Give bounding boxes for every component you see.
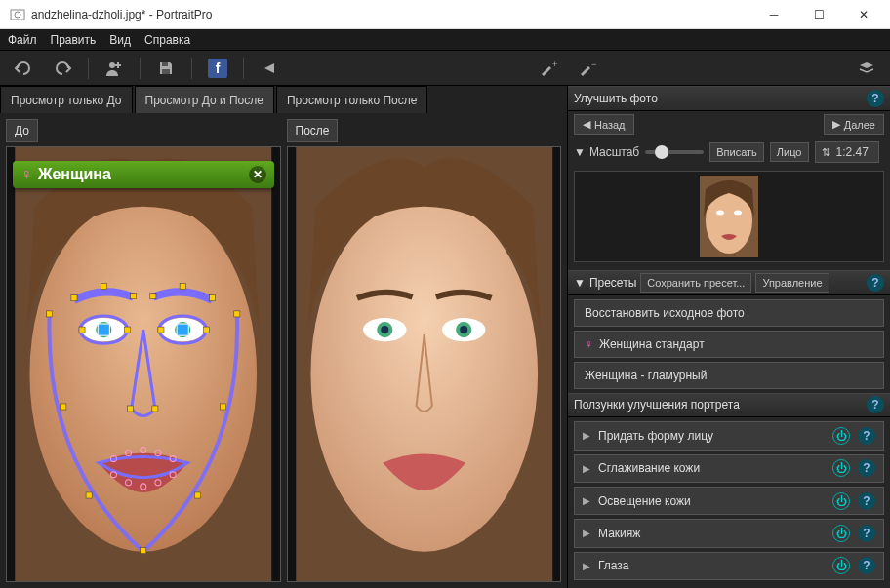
slider-skin-smoothing[interactable]: ▶Сглаживание кожи⏻? [574,454,884,483]
nav-row: ◀Назад ▶Далее [568,111,890,138]
power-icon[interactable]: ⏻ [832,557,850,574]
zoom-readout: 1:2.47 [832,145,872,159]
maximize-button[interactable]: ☐ [796,0,841,29]
svg-rect-18 [234,311,240,317]
save-preset-button[interactable]: Сохранить пресет... [640,273,751,293]
svg-rect-4 [162,69,170,74]
svg-rect-30 [79,327,85,333]
svg-rect-25 [101,284,106,290]
after-image[interactable] [287,146,562,582]
tab-before-only[interactable]: Просмотр только До [0,86,133,113]
facebook-icon: f [208,59,227,78]
down-triangle-icon: ▼ [574,145,586,159]
right-triangle-icon: ▶ [583,495,590,506]
help-icon[interactable]: ? [858,492,875,510]
power-icon[interactable]: ⏻ [832,525,850,542]
brush-add-button[interactable]: + [533,55,564,82]
before-column: До [6,119,281,582]
enhance-header: Улучшить фото ? [568,86,890,111]
menu-file[interactable]: Файл [8,33,37,47]
view-area: До [0,113,567,588]
zoom-slider[interactable] [645,150,704,154]
right-triangle-icon: ▶ [583,528,590,538]
zoom-stepper[interactable]: ⇅1:2.47 [815,141,879,163]
help-icon[interactable]: ? [867,274,884,292]
slider-skin-lighting[interactable]: ▶Освещение кожи⏻? [574,487,884,515]
female-icon: ♀ [20,166,32,183]
add-person-button[interactable] [99,55,130,82]
face-button[interactable]: Лицо [770,142,809,162]
facebook-button[interactable]: f [202,55,233,82]
titlebar: andzhelina-dzholi.jpg* - PortraitPro ─ ☐… [0,0,890,29]
toolbar: f + − [0,51,890,86]
left-pane: Просмотр только До Просмотр До и После П… [0,86,568,588]
redo-button[interactable] [47,55,78,82]
face-thumbnail[interactable] [700,176,758,257]
power-icon[interactable]: ⏻ [832,492,850,510]
svg-point-59 [734,211,742,216]
svg-point-55 [460,326,467,333]
left-triangle-icon: ◀ [583,118,590,131]
help-icon[interactable]: ? [867,396,884,413]
right-triangle-icon: ▶ [583,463,590,474]
svg-point-49 [310,197,538,552]
face-after [288,147,561,581]
tab-after-only[interactable]: Просмотр только После [276,86,428,113]
svg-rect-28 [180,284,185,290]
power-icon[interactable]: ⏻ [832,459,850,477]
brush-remove-button[interactable]: − [572,55,603,82]
help-icon[interactable]: ? [858,557,875,574]
undo-button[interactable] [8,55,39,82]
svg-point-52 [381,326,388,333]
slider-knob[interactable] [655,145,668,159]
close-button[interactable]: ✕ [841,0,886,29]
gender-badge-close[interactable]: ✕ [249,166,266,183]
face-with-markers [7,147,280,581]
help-icon[interactable]: ? [867,90,884,107]
right-pane: Улучшить фото ? ◀Назад ▶Далее ▼Масштаб В… [568,86,890,588]
layers-button[interactable] [851,55,882,82]
view-tabs: Просмотр только До Просмотр До и После П… [0,86,567,113]
right-triangle-icon: ▶ [583,430,590,441]
menu-edit[interactable]: Править [51,33,97,47]
help-icon[interactable]: ? [858,459,875,477]
slider-eyes[interactable]: ▶Глаза⏻? [574,552,884,580]
svg-rect-22 [194,492,200,498]
help-icon[interactable]: ? [858,427,875,445]
thumbnail-strip[interactable] [574,171,884,262]
power-icon[interactable]: ⏻ [832,427,850,445]
slider-makeup[interactable]: ▶Макияж⏻? [574,519,884,547]
help-icon[interactable]: ? [858,525,875,542]
svg-text:+: + [552,60,557,69]
minimize-button[interactable]: ─ [751,0,796,29]
gender-badge: ♀ Женщина ✕ [13,161,274,188]
svg-rect-35 [152,406,158,412]
next-button[interactable]: ▶Далее [824,114,884,135]
sliders-header: Ползунки улучшения портрета ? [568,393,890,418]
gender-label: Женщина [38,166,111,183]
fit-button[interactable]: Вписать [709,142,764,162]
slider-face-shape[interactable]: ▶Придать форму лицу⏻? [574,421,884,450]
before-image[interactable]: ♀ Женщина ✕ [6,146,281,582]
preset-restore[interactable]: Восстановить исходное фото [574,299,884,327]
after-column: После [287,119,562,582]
stepper-icon: ⇅ [822,146,830,159]
window-title: andzhelina-dzholi.jpg* - PortraitPro [31,8,751,21]
save-button[interactable] [150,55,182,82]
menu-help[interactable]: Справка [144,33,190,47]
presets-label: Пресеты [589,276,636,290]
preset-female-standard[interactable]: ♀Женщина стандарт [574,331,884,358]
share-button[interactable] [254,55,285,82]
sliders-title: Ползунки улучшения портрета [574,398,740,412]
preset-female-glamour[interactable]: Женщина - гламурный [574,362,884,389]
scale-row: ▼Масштаб Вписать Лицо ⇅1:2.47 [568,138,890,167]
back-button[interactable]: ◀Назад [574,114,634,135]
svg-rect-17 [47,311,53,317]
menu-view[interactable]: Вид [109,33,131,47]
presets-header: ▼ Пресеты Сохранить пресет... Управление… [568,270,890,295]
svg-text:−: − [591,60,596,69]
svg-point-2 [109,62,115,68]
tab-before-after[interactable]: Просмотр До и После [135,86,274,113]
manage-presets-button[interactable]: Управление [755,273,829,293]
preset-list: Восстановить исходное фото ♀Женщина стан… [568,295,890,393]
